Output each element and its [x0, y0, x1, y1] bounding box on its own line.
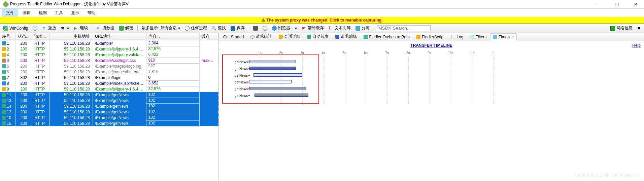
timeline-label: getNews [222, 87, 249, 91]
col-id[interactable]: 序号 [0, 33, 15, 40]
col-proto[interactable]: 请求... [32, 33, 50, 40]
stream-button[interactable]: ⬇流数据 [95, 25, 116, 32]
row-type-icon [2, 104, 6, 108]
session-row[interactable]: 6200HTTP59.110.158.28/Example/images/but… [0, 69, 218, 75]
row-host: 59.110.158.28 [50, 63, 93, 69]
online-button[interactable]: 网络信息 [609, 25, 634, 32]
row-status: 200 [15, 86, 32, 92]
col-status[interactable]: 状态... [15, 33, 32, 40]
orchestra-icon: FO [364, 35, 368, 39]
find-button[interactable]: 🔍查找 [210, 25, 227, 32]
keep-sessions[interactable]: 最多显示: 所有会话 ▾ [140, 25, 181, 32]
tab-inspectors[interactable]: 会话详细 [276, 32, 303, 41]
timeline-tick: 11s [461, 51, 482, 55]
timer-button[interactable] [261, 25, 269, 31]
row-cache: max-ag... [200, 58, 218, 64]
session-row[interactable]: 4200HTTP59.110.158.28/Example/js/jquery.… [0, 52, 218, 58]
menu-edit[interactable]: 编辑 [19, 9, 34, 17]
app-icon [3, 2, 8, 7]
menu-view[interactable]: 显示 [67, 9, 83, 17]
tab-filters[interactable]: Filters [467, 33, 489, 41]
session-row[interactable]: 1200HTTP59.110.158.28/Example/2,004 [0, 40, 218, 46]
session-row[interactable]: 13200HTTP59.110.158.28/Example/getNews10… [0, 98, 218, 103]
textwizard-button[interactable]: T文本向导 [327, 25, 352, 32]
tab-getstarted[interactable]: Get Started [220, 33, 247, 41]
help-link[interactable]: Help [632, 43, 641, 48]
save-button[interactable]: 保存 [229, 25, 246, 32]
close-toolbar-button[interactable]: ✖ [636, 25, 642, 31]
tab-autoresponder[interactable]: 自动转发 [304, 32, 332, 41]
col-body[interactable]: 内容... [146, 33, 200, 40]
screenshot-button[interactable] [252, 25, 259, 31]
timeline-row[interactable]: getNews [222, 79, 637, 85]
log-icon [451, 35, 455, 39]
row-type-icon [2, 47, 6, 51]
tab-composer[interactable]: 请求编辑 [332, 32, 360, 41]
menu-help[interactable]: 帮助 [83, 9, 99, 17]
timeline-row[interactable]: getNews [222, 59, 637, 65]
maximize-button[interactable]: □ [612, 2, 622, 7]
col-cache[interactable]: 缓存 [200, 33, 218, 40]
row-proto: HTTP [32, 52, 50, 58]
tearoff-button[interactable]: 分离 [354, 25, 371, 32]
session-row[interactable]: 7302HTTP59.110.158.28/Example/login0 [0, 75, 218, 80]
timeline-row[interactable]: getNews [222, 92, 637, 99]
timeline-row[interactable]: getNews [222, 72, 637, 79]
session-row[interactable]: 12200HTTP59.110.158.28/Example/getNews10… [0, 109, 218, 115]
row-type-icon [2, 76, 6, 80]
session-row[interactable]: 10200HTTP59.110.158.28/Example/getNews10… [0, 115, 218, 120]
tab-timeline[interactable]: Timeline [490, 33, 517, 41]
session-row[interactable]: 15200HTTP59.110.158.28/Example/getNews10… [0, 120, 218, 126]
col-host[interactable]: 主机地址 [50, 33, 93, 40]
msdn-search-input[interactable] [377, 25, 431, 31]
session-row[interactable]: 8200HTTP59.110.158.28/Example/index.jsp?… [0, 80, 218, 86]
timeline-row[interactable]: getNews [222, 85, 637, 92]
comment-button[interactable] [31, 25, 39, 31]
row-url: /Example/images/button/btn_login.png [93, 69, 146, 75]
decode-button[interactable]: 解密 [118, 25, 135, 32]
row-type-icon [2, 41, 6, 45]
session-row[interactable]: 5200HTTP59.110.158.28/Example/images/log… [0, 63, 218, 69]
session-row[interactable]: 9200HTTP59.110.158.28/Example/js/jquery-… [0, 86, 218, 92]
session-row[interactable]: 11200HTTP59.110.158.28/Example/getNews10… [0, 92, 218, 98]
row-type-icon [2, 53, 6, 57]
row-proto: HTTP [32, 58, 50, 64]
menu-rules[interactable]: 规则 [35, 9, 50, 17]
menu-file[interactable]: 文件 [2, 9, 18, 17]
row-type-icon [2, 70, 6, 74]
any-process-button[interactable]: 任何进程 [183, 25, 208, 32]
clearcache-button[interactable]: ✖清除缓存 [300, 25, 325, 32]
clock-icon [263, 26, 267, 31]
row-url: /Example/getNews [93, 120, 146, 126]
go-button[interactable]: ▶继续 [72, 25, 89, 32]
col-url[interactable]: URL地址 [93, 33, 146, 40]
timeline-rows: getNewsgetNewsgetNewsgetNewsgetNewsgetNe… [222, 59, 637, 99]
close-button[interactable]: ✕ [631, 2, 641, 7]
timeline-tick: 7s [376, 51, 398, 55]
winconfig-button[interactable]: WinConfig [2, 25, 29, 31]
decode-icon [119, 26, 124, 31]
tab-fiddlerscript[interactable]: FiddlerScript [413, 33, 447, 41]
session-row[interactable]: 3200HTTP59.110.158.28/Example/css/login.… [0, 58, 218, 63]
timeline-bar [249, 67, 296, 70]
remove-button[interactable]: ✖▾ [60, 25, 70, 31]
timeline-label: getNews [222, 60, 249, 64]
row-url: /Example/js/jquery-1.6.4.min.js [93, 46, 146, 52]
timeline-tick: 5s [334, 51, 355, 55]
tab-log[interactable]: Log [448, 33, 466, 41]
timeline-pane: TRANSFER TIMELINE Help 1s2s3s4s5s6s7s8s9… [219, 41, 644, 181]
row-proto: HTTP [32, 109, 50, 115]
browse-button[interactable]: 浏览器... ▾ [271, 25, 298, 32]
tab-stats[interactable]: 请求统计 [247, 32, 275, 41]
session-row[interactable]: 14200HTTP59.110.158.28/Example/getNews10… [0, 103, 218, 109]
tab-orchestra[interactable]: FOFiddler Orchestra Beta [361, 33, 413, 41]
row-host: 59.110.158.28 [50, 80, 93, 86]
minimize-button[interactable]: — [594, 2, 603, 7]
session-row[interactable]: 2200HTTP59.110.158.28/Example/js/jquery-… [0, 46, 218, 52]
menu-tools[interactable]: 工具 [51, 9, 67, 17]
timeline-row[interactable]: getNews [222, 65, 637, 72]
replay-button[interactable]: ↻重放 [41, 25, 58, 32]
timeline-title: TRANSFER TIMELINE [222, 43, 641, 48]
row-status: 200 [15, 58, 32, 64]
proxy-notice[interactable]: ⚠ The system proxy was changed. Click to… [0, 17, 644, 24]
